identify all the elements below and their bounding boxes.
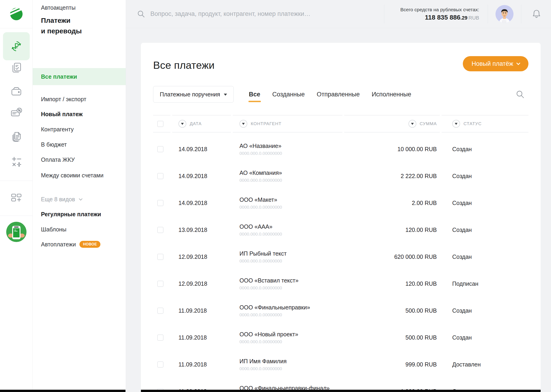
sidebar-item[interactable]: Импорт / экспорт <box>33 91 126 107</box>
sort-arrow-icon <box>181 123 184 125</box>
payment-status: Создан <box>442 173 529 179</box>
caret-down-icon <box>224 94 227 96</box>
row-checkbox[interactable] <box>157 308 164 314</box>
rail-item-accounts[interactable] <box>0 86 33 98</box>
payment-type-dropdown[interactable]: Платежные поручения <box>153 86 234 103</box>
topbar-divider <box>521 5 521 23</box>
rail-divider <box>0 216 32 216</box>
sidebar: Платежи и переводы Все платежи Импорт / … <box>33 0 126 392</box>
payment-payee: ИП Имя Фамилия <box>239 358 342 365</box>
payment-row[interactable]: 11.09.2018 ООО «Финальныеправки» 0000.00… <box>153 297 529 324</box>
user-avatar[interactable] <box>495 5 514 23</box>
payment-row[interactable]: 14.09.2018 АО «Компания» 0000.000.0.0000… <box>153 163 529 189</box>
notifications-button[interactable] <box>531 8 542 20</box>
balance-cents: .29 <box>460 15 468 21</box>
sberbank-logo-icon <box>10 7 23 21</box>
balance-value: 118 835 886 <box>425 14 460 21</box>
sidebar-item[interactable]: Новый платеж <box>33 106 126 122</box>
payment-row[interactable]: 11.09.2018 ИП Имя Фамилия 0000.000.0.000… <box>153 351 529 378</box>
new-badge: НОВОЕ <box>79 241 100 248</box>
table-search-icon[interactable] <box>515 90 525 99</box>
sidebar-item[interactable]: Шаблоны <box>33 222 126 237</box>
rail-item-products[interactable] <box>0 192 33 204</box>
payment-type-label: Платежные поручения <box>160 91 220 98</box>
payment-status: Создан <box>442 307 529 314</box>
balance-currency: RUB <box>469 15 479 21</box>
rail-item-deposits[interactable] <box>0 107 33 119</box>
payment-payee: ООО «Вставил текст» <box>239 277 342 284</box>
rail-item-documents[interactable] <box>0 131 33 143</box>
payment-account: 0000.000.0.00000000 <box>239 339 342 344</box>
new-payment-button[interactable]: Новый платёж <box>463 56 529 71</box>
sort-arrow-icon <box>242 123 245 125</box>
rail-item-mobile-app[interactable] <box>0 221 33 243</box>
invoice-percent-icon <box>10 107 22 119</box>
payment-date: 12.09.2018 <box>172 253 231 260</box>
sidebar-item[interactable]: Автоплатежи НОВОЕ <box>33 237 126 252</box>
status-tab[interactable]: Созданные <box>266 86 311 103</box>
payment-date: 13.09.2018 <box>172 227 231 233</box>
status-tab[interactable]: Отправленные <box>311 86 366 103</box>
payment-date: 14.09.2018 <box>172 146 231 153</box>
row-checkbox[interactable] <box>157 227 164 233</box>
row-checkbox[interactable] <box>157 335 164 341</box>
global-search-input[interactable]: Вопрос, задача, продукт, контрагент, ном… <box>150 10 384 17</box>
payment-row[interactable]: 14.09.2018 АО «Название» 0000.000.0.0000… <box>153 136 529 163</box>
search-icon[interactable] <box>137 10 145 18</box>
payment-status: Создан <box>442 227 529 233</box>
payment-date: 14.09.2018 <box>172 173 231 179</box>
payment-row[interactable]: 12.09.2018 ООО «Вставил текст» 0000.000.… <box>153 270 529 297</box>
payment-row[interactable]: 12.09.2018 ИП Рыбный текст 0000.000.0.00… <box>153 243 529 270</box>
filter-row: Платежные поручения Все Созданные Отправ… <box>153 86 529 103</box>
sidebar-item-label: Автоакцепты <box>41 4 76 11</box>
window-edge <box>141 390 541 392</box>
row-checkbox[interactable] <box>157 281 164 287</box>
sidebar-item[interactable]: Еще 8 видов <box>33 192 126 207</box>
topbar-divider <box>384 5 384 23</box>
row-checkbox[interactable] <box>157 173 164 179</box>
products-grid-icon <box>10 192 22 204</box>
sidebar-item[interactable]: Контрагенту <box>33 122 126 137</box>
payment-row[interactable]: 14.09.2018 ООО «Макет» 0000.000.0.000000… <box>153 189 529 217</box>
payment-account: 0000.000.0.00000000 <box>239 205 342 210</box>
row-checkbox[interactable] <box>157 254 164 260</box>
payment-status: Подписан <box>442 280 529 287</box>
sidebar-item-label: В бюджет <box>41 141 67 148</box>
status-tab[interactable]: Исполненные <box>366 86 417 103</box>
new-payment-label: Новый платёж <box>472 60 513 67</box>
calculator-icon <box>10 156 22 168</box>
sort-status-button[interactable] <box>452 120 460 128</box>
sort-arrow-icon <box>411 123 414 125</box>
sort-payee-button[interactable] <box>239 120 247 128</box>
sberbank-logo[interactable] <box>0 0 32 28</box>
payment-date: 14.09.2018 <box>172 200 231 206</box>
status-tab[interactable]: Все <box>243 86 266 103</box>
select-all-checkbox[interactable] <box>157 121 164 127</box>
payment-payee: АО «Название» <box>239 143 342 149</box>
payments-table: 14.09.2018 АО «Название» 0000.000.0.0000… <box>153 133 529 392</box>
sidebar-item[interactable]: Автоакцепты <box>33 0 126 15</box>
rail-item-payments[interactable] <box>3 32 30 60</box>
payment-row[interactable]: 11.09.2018 ООО «Новый проект» 0000.000.0… <box>153 324 529 351</box>
rail-item-calculator[interactable] <box>0 156 33 168</box>
sort-date-button[interactable] <box>179 120 186 128</box>
payment-row[interactable]: 13.09.2018 ООО «ААА» 0000.000.0.00000000… <box>153 217 529 243</box>
payment-status: Доставлен <box>442 361 529 368</box>
row-checkbox[interactable] <box>157 361 164 368</box>
sort-amount-button[interactable] <box>408 120 416 128</box>
column-label-status: СТАТУС <box>464 121 482 126</box>
sidebar-item[interactable]: Между своими счетами <box>33 168 126 183</box>
rail-item-tasks[interactable] <box>0 62 33 74</box>
mobile-app-promo-icon <box>6 221 27 243</box>
row-checkbox[interactable] <box>157 146 164 152</box>
wallet-icon <box>10 86 22 98</box>
sidebar-item[interactable]: В бюджет <box>33 137 126 152</box>
row-checkbox[interactable] <box>157 200 164 206</box>
sidebar-item-label: Импорт / экспорт <box>41 96 86 103</box>
sidebar-item[interactable]: Оплата ЖКУ <box>33 152 126 167</box>
chevron-down-icon <box>516 61 520 65</box>
sidebar-item-label: Между своими счетами <box>41 172 104 179</box>
sidebar-item[interactable]: Регулярные платежи <box>33 207 126 222</box>
sidebar-item[interactable]: Все платежи <box>33 68 126 85</box>
payment-payee: ООО «ААА» <box>239 223 342 230</box>
